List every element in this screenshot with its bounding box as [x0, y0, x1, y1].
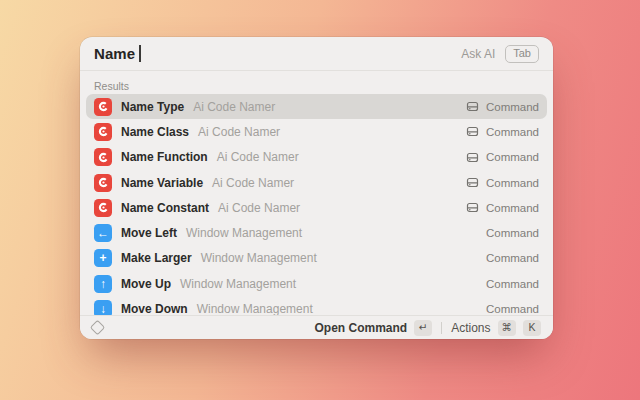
- row-type-label: Command: [486, 278, 539, 290]
- row-title: Name Variable: [121, 176, 203, 190]
- drive-icon: [466, 201, 479, 214]
- row-title: Move Left: [121, 226, 177, 240]
- row-subtitle: Ai Code Namer: [198, 125, 280, 139]
- plus-icon: +: [94, 249, 112, 267]
- footer-bar: Open Command ↵ Actions ⌘ K: [80, 315, 553, 339]
- result-row[interactable]: Name FunctionAi Code NamerCommand: [86, 145, 547, 170]
- drive-icon: [466, 151, 479, 164]
- drive-icon: [466, 125, 479, 138]
- result-row[interactable]: Name TypeAi Code NamerCommand: [86, 94, 547, 119]
- arrow-left-icon: ←: [94, 224, 112, 242]
- enter-keycap: ↵: [414, 320, 432, 336]
- row-subtitle: Window Management: [180, 277, 296, 291]
- ai-code-namer-icon: [94, 174, 112, 192]
- open-command-label[interactable]: Open Command: [314, 321, 407, 335]
- row-subtitle: Ai Code Namer: [217, 150, 299, 164]
- result-row[interactable]: ↑Move UpWindow ManagementCommand: [86, 271, 547, 296]
- result-row[interactable]: Name ClassAi Code NamerCommand: [86, 119, 547, 144]
- k-keycap: K: [523, 320, 541, 336]
- ai-code-namer-icon: [94, 148, 112, 166]
- row-title: Name Class: [121, 125, 189, 139]
- drive-icon: [466, 100, 479, 113]
- cmd-keycap: ⌘: [498, 320, 517, 336]
- raycast-launcher-window: Name Ask AI Tab Results Name TypeAi Code…: [80, 37, 553, 339]
- results-list: Name TypeAi Code NamerCommandName ClassA…: [86, 94, 547, 339]
- actions-label[interactable]: Actions: [451, 321, 490, 335]
- result-row[interactable]: Name VariableAi Code NamerCommand: [86, 170, 547, 195]
- row-type-label: Command: [486, 252, 539, 264]
- desktop-background: Name Ask AI Tab Results Name TypeAi Code…: [0, 0, 640, 400]
- row-title: Make Larger: [121, 251, 192, 265]
- row-type-label: Command: [486, 202, 539, 214]
- row-type-label: Command: [486, 177, 539, 189]
- row-subtitle: Ai Code Namer: [193, 100, 275, 114]
- search-bar[interactable]: Name Ask AI Tab: [80, 37, 553, 71]
- row-title: Name Function: [121, 150, 208, 164]
- ai-code-namer-icon: [94, 98, 112, 116]
- row-subtitle: Window Management: [186, 226, 302, 240]
- row-type-label: Command: [486, 227, 539, 239]
- row-type-label: Command: [486, 101, 539, 113]
- arrow-up-icon: ↑: [94, 275, 112, 293]
- row-subtitle: Window Management: [197, 302, 313, 316]
- row-type-label: Command: [486, 151, 539, 163]
- row-type-label: Command: [486, 126, 539, 138]
- ask-ai-label[interactable]: Ask AI: [461, 47, 495, 61]
- ai-code-namer-icon: [94, 123, 112, 141]
- text-cursor: [139, 45, 141, 62]
- tab-keycap: Tab: [505, 45, 539, 63]
- raycast-logo-icon: [90, 320, 106, 336]
- row-subtitle: Window Management: [201, 251, 317, 265]
- ai-code-namer-icon: [94, 199, 112, 217]
- result-row[interactable]: Name ConstantAi Code NamerCommand: [86, 195, 547, 220]
- footer-actions: Open Command ↵ Actions ⌘ K: [314, 320, 541, 336]
- row-type-label: Command: [486, 303, 539, 315]
- drive-icon: [466, 176, 479, 189]
- row-title: Move Down: [121, 302, 188, 316]
- row-title: Name Type: [121, 100, 184, 114]
- result-row[interactable]: ←Move LeftWindow ManagementCommand: [86, 220, 547, 245]
- row-subtitle: Ai Code Namer: [218, 201, 300, 215]
- row-title: Move Up: [121, 277, 171, 291]
- row-title: Name Constant: [121, 201, 209, 215]
- row-subtitle: Ai Code Namer: [212, 176, 294, 190]
- result-row[interactable]: +Make LargerWindow ManagementCommand: [86, 246, 547, 271]
- footer-divider: [441, 322, 442, 334]
- search-input-value[interactable]: Name: [94, 45, 135, 62]
